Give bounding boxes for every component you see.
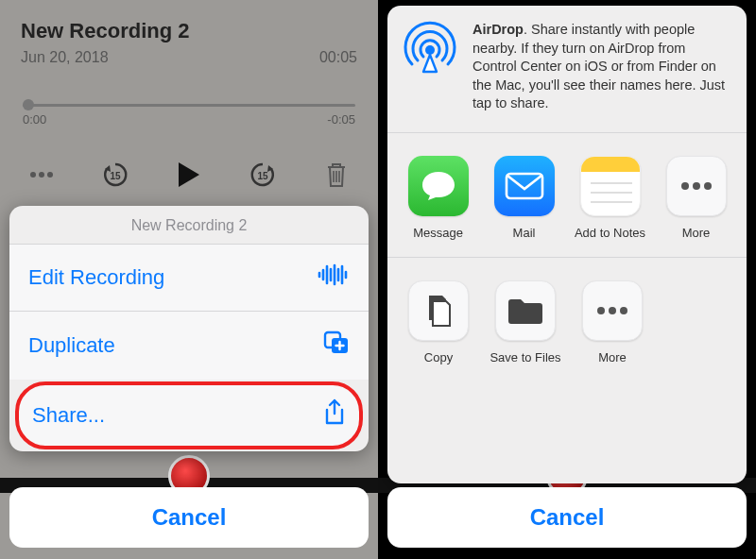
forward-15-icon[interactable]: 15 bbox=[244, 156, 282, 194]
cancel-label: Cancel bbox=[530, 504, 605, 530]
app-more[interactable]: More bbox=[657, 156, 735, 240]
app-mail-label: Mail bbox=[485, 226, 563, 240]
rewind-15-icon[interactable]: 15 bbox=[96, 156, 134, 194]
svg-rect-16 bbox=[507, 174, 542, 198]
waveform-icon bbox=[318, 263, 350, 292]
app-notes[interactable]: Add to Notes bbox=[571, 156, 649, 240]
more-apps-icon bbox=[666, 156, 727, 216]
duplicate-label: Duplicate bbox=[28, 333, 115, 358]
svg-text:15: 15 bbox=[257, 171, 268, 181]
remaining-time: -0:05 bbox=[327, 112, 355, 127]
share-sheet: AirDrop. Share instantly with people nea… bbox=[387, 6, 747, 483]
app-notes-label: Add to Notes bbox=[571, 226, 649, 240]
cancel-button[interactable]: Cancel bbox=[9, 487, 369, 548]
app-message[interactable]: Message bbox=[399, 156, 477, 240]
share-label: Share... bbox=[32, 403, 105, 428]
svg-point-25 bbox=[620, 307, 627, 314]
playback-controls: 15 15 bbox=[23, 156, 355, 194]
notes-icon bbox=[580, 156, 641, 216]
svg-point-22 bbox=[704, 182, 712, 190]
svg-point-1 bbox=[39, 172, 44, 178]
svg-point-2 bbox=[47, 172, 53, 178]
share-icon bbox=[323, 398, 346, 432]
action-save-label: Save to Files bbox=[486, 350, 565, 364]
edit-recording-item[interactable]: Edit Recording bbox=[9, 244, 369, 311]
app-more-label: More bbox=[657, 226, 735, 240]
action-more[interactable]: More bbox=[573, 280, 652, 364]
recording-duration: 00:05 bbox=[319, 49, 357, 66]
svg-point-15 bbox=[425, 45, 435, 55]
action-sheet: New Recording 2 Edit Recording Duplicate… bbox=[9, 206, 369, 451]
recording-date: Jun 20, 2018 bbox=[21, 49, 109, 66]
scrubber[interactable]: 0:00 -0:05 bbox=[23, 104, 355, 127]
action-copy-label: Copy bbox=[399, 350, 478, 364]
svg-point-21 bbox=[693, 182, 700, 190]
svg-point-24 bbox=[609, 307, 616, 314]
cancel-button[interactable]: Cancel bbox=[387, 487, 747, 548]
left-screenshot: New Recording 2 Jun 20, 2018 00:05 0:00 … bbox=[0, 0, 378, 559]
cancel-label: Cancel bbox=[152, 504, 227, 530]
action-more-label: More bbox=[573, 350, 652, 364]
mail-icon bbox=[494, 156, 555, 216]
duplicate-icon bbox=[323, 330, 350, 361]
recording-header: New Recording 2 Jun 20, 2018 00:05 bbox=[21, 19, 357, 66]
play-icon[interactable] bbox=[170, 156, 208, 194]
edit-recording-label: Edit Recording bbox=[28, 265, 164, 290]
app-mail[interactable]: Mail bbox=[485, 156, 563, 240]
share-apps-row: Message Mail Add to Notes More bbox=[387, 133, 747, 258]
action-save-files[interactable]: Save to Files bbox=[486, 280, 565, 364]
right-screenshot: AirDrop. Share instantly with people nea… bbox=[378, 0, 756, 559]
message-icon bbox=[408, 156, 469, 216]
airdrop-bold: AirDrop bbox=[472, 22, 524, 37]
share-item[interactable]: Share... bbox=[15, 381, 363, 449]
svg-point-20 bbox=[681, 182, 689, 190]
airdrop-section[interactable]: AirDrop. Share instantly with people nea… bbox=[387, 6, 747, 133]
airdrop-icon bbox=[401, 21, 459, 79]
recording-title: New Recording 2 bbox=[21, 19, 357, 43]
svg-point-23 bbox=[597, 307, 605, 314]
trash-icon[interactable] bbox=[318, 156, 355, 194]
more-icon[interactable] bbox=[23, 156, 60, 194]
duplicate-item[interactable]: Duplicate bbox=[9, 311, 369, 380]
elapsed-time: 0:00 bbox=[23, 112, 46, 127]
more-actions-icon bbox=[582, 280, 643, 341]
share-actions-row: Copy Save to Files More bbox=[387, 258, 747, 381]
copy-icon bbox=[408, 280, 469, 341]
svg-text:15: 15 bbox=[110, 171, 121, 181]
sheet-title: New Recording 2 bbox=[9, 206, 369, 244]
action-copy[interactable]: Copy bbox=[399, 280, 478, 364]
svg-point-0 bbox=[30, 172, 36, 178]
airdrop-description: AirDrop. Share instantly with people nea… bbox=[472, 21, 733, 113]
app-message-label: Message bbox=[399, 226, 477, 240]
folder-icon bbox=[495, 280, 556, 341]
